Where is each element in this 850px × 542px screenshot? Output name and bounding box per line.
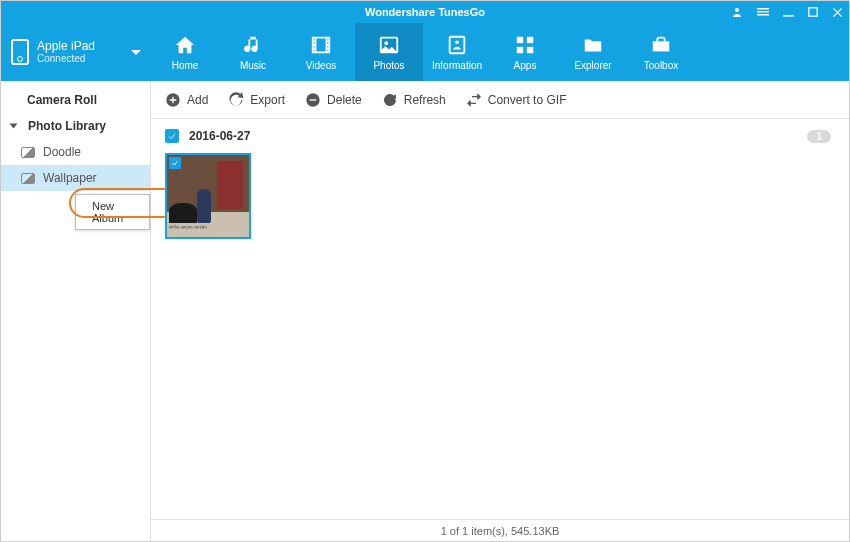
svg-rect-15 xyxy=(527,46,533,52)
menu-item-label: New Album xyxy=(92,200,123,224)
nav-toolbox[interactable]: Toolbox xyxy=(627,23,695,81)
svg-point-0 xyxy=(735,8,739,12)
button-label: Add xyxy=(187,93,208,107)
button-label: Refresh xyxy=(404,93,446,107)
toolbar: Add Export Delete Refresh Convert to GIF xyxy=(151,81,849,119)
topbar: Apple iPad Connected Home Music Videos P… xyxy=(1,23,849,81)
nav-label: Music xyxy=(240,60,266,71)
nav-label: Information xyxy=(432,60,482,71)
svg-rect-3 xyxy=(757,14,769,16)
sidebar-label: Camera Roll xyxy=(27,93,97,107)
section-date: 2016-06-27 xyxy=(189,129,250,143)
sidebar-label: Wallpaper xyxy=(43,171,97,185)
image-icon xyxy=(21,173,35,184)
nav-videos[interactable]: Videos xyxy=(287,23,355,81)
thumbnail-caption: संगीत-सम्राट तानसेन xyxy=(167,223,249,237)
svg-rect-14 xyxy=(517,46,523,52)
svg-rect-19 xyxy=(310,99,317,100)
minimize-button[interactable] xyxy=(783,7,794,18)
button-label: Convert to GIF xyxy=(488,93,567,107)
chevron-down-icon xyxy=(131,50,141,55)
nav-photos[interactable]: Photos xyxy=(355,23,423,81)
nav-label: Home xyxy=(172,60,199,71)
app-window: Wondershare TunesGo Apple iPad Connected… xyxy=(0,0,850,542)
sidebar-item-wallpaper[interactable]: Wallpaper xyxy=(1,165,150,191)
button-label: Export xyxy=(250,93,285,107)
svg-rect-2 xyxy=(757,11,769,13)
nav-tabs: Home Music Videos Photos Information App… xyxy=(151,23,849,81)
context-menu-new-album[interactable]: New Album xyxy=(75,194,150,230)
thumbnail-grid: संगीत-सम्राट तानसेन xyxy=(151,147,849,519)
device-name: Apple iPad xyxy=(37,39,95,53)
refresh-button[interactable]: Refresh xyxy=(382,92,446,108)
sidebar-label: Doodle xyxy=(43,145,81,159)
button-label: Delete xyxy=(327,93,362,107)
status-bar: 1 of 1 item(s), 545.13KB xyxy=(151,519,849,541)
user-icon[interactable] xyxy=(731,6,743,18)
svg-rect-5 xyxy=(809,8,817,16)
nav-information[interactable]: Information xyxy=(423,23,491,81)
svg-rect-16 xyxy=(653,41,670,51)
app-title: Wondershare TunesGo xyxy=(365,6,485,18)
body: Camera Roll Photo Library Doodle Wallpap… xyxy=(1,81,849,541)
convert-button[interactable]: Convert to GIF xyxy=(466,92,567,108)
close-button[interactable] xyxy=(832,7,843,18)
menu-icon[interactable] xyxy=(757,6,769,18)
sidebar: Camera Roll Photo Library Doodle Wallpap… xyxy=(1,81,151,541)
window-controls xyxy=(731,1,843,23)
delete-button[interactable]: Delete xyxy=(305,92,362,108)
device-selector[interactable]: Apple iPad Connected xyxy=(1,23,151,81)
sidebar-item-photo-library[interactable]: Photo Library xyxy=(1,113,150,139)
svg-rect-12 xyxy=(517,36,523,42)
photo-thumbnail[interactable]: संगीत-सम्राट तानसेन xyxy=(165,153,251,239)
svg-rect-1 xyxy=(757,8,769,10)
nav-label: Toolbox xyxy=(644,60,678,71)
nav-label: Explorer xyxy=(574,60,611,71)
tablet-icon xyxy=(11,39,29,65)
image-icon xyxy=(21,147,35,158)
thumbnail-checkbox[interactable] xyxy=(169,157,181,169)
add-button[interactable]: Add xyxy=(165,92,208,108)
nav-explorer[interactable]: Explorer xyxy=(559,23,627,81)
sidebar-label: Photo Library xyxy=(28,119,106,133)
nav-label: Videos xyxy=(306,60,336,71)
device-status: Connected xyxy=(37,53,95,65)
maximize-button[interactable] xyxy=(808,7,818,17)
nav-home[interactable]: Home xyxy=(151,23,219,81)
main-panel: Add Export Delete Refresh Convert to GIF xyxy=(151,81,849,541)
section-header: 2016-06-27 1 xyxy=(151,119,849,147)
nav-label: Photos xyxy=(373,60,404,71)
section-checkbox[interactable] xyxy=(165,129,179,143)
titlebar: Wondershare TunesGo xyxy=(1,1,849,23)
svg-rect-13 xyxy=(527,36,533,42)
sidebar-item-doodle[interactable]: Doodle xyxy=(1,139,150,165)
svg-point-11 xyxy=(455,40,459,44)
status-text: 1 of 1 item(s), 545.13KB xyxy=(441,525,560,537)
svg-point-9 xyxy=(384,41,388,45)
nav-label: Apps xyxy=(514,60,537,71)
device-label: Apple iPad Connected xyxy=(37,39,95,65)
nav-music[interactable]: Music xyxy=(219,23,287,81)
svg-rect-10 xyxy=(450,36,465,53)
section-count-badge: 1 xyxy=(807,130,831,143)
sidebar-item-camera-roll[interactable]: Camera Roll xyxy=(1,87,150,113)
triangle-down-icon xyxy=(10,124,18,129)
export-button[interactable]: Export xyxy=(228,92,285,108)
nav-apps[interactable]: Apps xyxy=(491,23,559,81)
svg-rect-4 xyxy=(783,15,794,16)
